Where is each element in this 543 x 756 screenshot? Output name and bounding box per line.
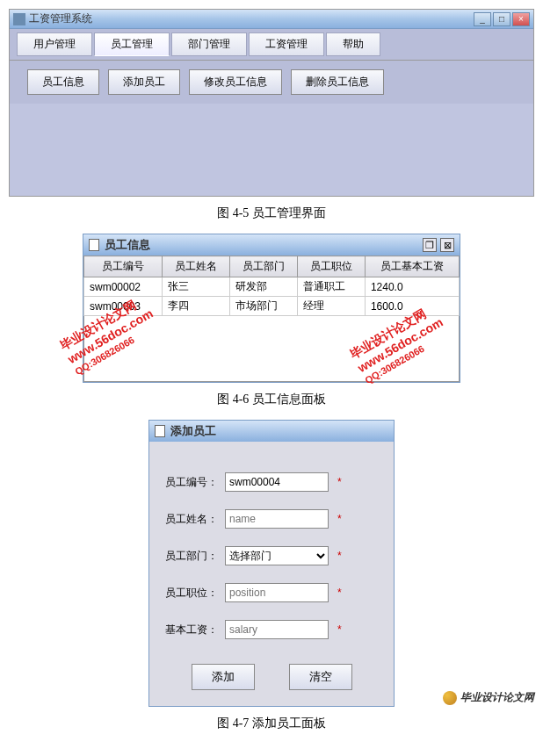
label-salary: 基本工资：	[165, 623, 225, 637]
tool-delete-employee[interactable]: 删除员工信息	[291, 69, 384, 95]
form-body: 员工编号： * 员工姓名： * 员工部门： 选择部门 * 员工职位： * 基本工…	[149, 442, 394, 706]
field-employee-name: 员工姓名： *	[165, 509, 378, 529]
maximize-icon[interactable]: ❐	[423, 238, 437, 252]
col-position: 员工职位	[298, 256, 366, 277]
menu-employee-mgmt[interactable]: 员工管理	[94, 32, 170, 56]
close-icon[interactable]: ⊠	[440, 238, 454, 252]
globe-icon	[443, 691, 457, 705]
input-name[interactable]	[225, 509, 329, 529]
close-button[interactable]: ×	[512, 12, 530, 26]
add-button[interactable]: 添加	[192, 664, 255, 690]
label-name: 员工姓名：	[165, 512, 225, 527]
col-salary: 员工基本工资	[365, 256, 459, 277]
content-area	[10, 104, 533, 196]
footer-logo: 毕业设计论文网	[443, 690, 534, 705]
label-dept: 员工部门：	[165, 549, 225, 564]
figure-caption-1: 图 4-5 员工管理界面	[0, 205, 543, 221]
select-dept[interactable]: 选择部门	[225, 546, 329, 565]
tool-employee-info[interactable]: 员工信息	[27, 69, 99, 95]
document-icon	[155, 425, 165, 437]
clear-button[interactable]: 清空	[289, 664, 352, 690]
toolbar: 员工信息 添加员工 修改员工信息 删除员工信息	[10, 61, 533, 104]
menu-help[interactable]: 帮助	[326, 32, 380, 56]
col-dept: 员工部门	[230, 256, 298, 277]
input-position[interactable]	[225, 583, 329, 602]
field-employee-position: 员工职位： *	[165, 583, 378, 602]
field-employee-id: 员工编号： *	[165, 472, 378, 492]
tool-add-employee[interactable]: 添加员工	[108, 69, 180, 95]
add-employee-window: 添加员工 员工编号： * 员工姓名： * 员工部门： 选择部门 * 员工职位： …	[148, 420, 395, 707]
required-mark: *	[337, 476, 342, 488]
figure-caption-2: 图 4-6 员工信息面板	[0, 392, 543, 407]
col-name: 员工姓名	[163, 256, 230, 277]
window-title: 工资管理系统	[29, 11, 92, 26]
menu-user-mgmt[interactable]: 用户管理	[17, 32, 92, 56]
window-title: 员工信息	[105, 237, 150, 253]
label-id: 员工编号：	[165, 475, 225, 490]
titlebar: 工资管理系统 _ □ ×	[10, 10, 533, 29]
table-empty-area	[83, 316, 460, 382]
field-employee-salary: 基本工资： *	[165, 620, 378, 639]
required-mark: *	[337, 623, 342, 636]
table-header-row: 员工编号 员工姓名 员工部门 员工职位 员工基本工资	[84, 256, 460, 277]
required-mark: *	[337, 550, 342, 562]
figure-caption-3: 图 4-7 添加员工面板	[0, 716, 543, 731]
app-icon	[13, 13, 25, 25]
button-row: 添加 清空	[165, 664, 378, 690]
col-id: 员工编号	[84, 256, 163, 277]
table-row[interactable]: swm00003 李四 市场部门 经理 1600.0	[84, 297, 460, 316]
document-icon	[89, 239, 99, 251]
window-title: 添加员工	[170, 423, 216, 439]
main-window: 工资管理系统 _ □ × 用户管理 员工管理 部门管理 工资管理 帮助 员工信息…	[9, 9, 534, 197]
titlebar: 添加员工	[149, 421, 394, 442]
field-employee-dept: 员工部门： 选择部门 *	[165, 546, 378, 565]
input-salary[interactable]	[225, 620, 329, 639]
required-mark: *	[337, 513, 342, 525]
titlebar: 员工信息 ❐ ⊠	[83, 234, 460, 256]
input-id[interactable]	[225, 472, 329, 492]
tool-edit-employee[interactable]: 修改员工信息	[189, 69, 282, 95]
maximize-button[interactable]: □	[493, 12, 510, 26]
table-row[interactable]: swm00002 张三 研发部 普通职工 1240.0	[84, 277, 460, 297]
minimize-button[interactable]: _	[474, 12, 491, 26]
menu-dept-mgmt[interactable]: 部门管理	[171, 32, 247, 56]
menu-salary-mgmt[interactable]: 工资管理	[249, 32, 324, 56]
label-position: 员工职位：	[165, 586, 225, 601]
employee-table: 员工编号 员工姓名 员工部门 员工职位 员工基本工资 swm00002 张三 研…	[83, 256, 460, 316]
menubar: 用户管理 员工管理 部门管理 工资管理 帮助	[10, 29, 533, 61]
required-mark: *	[337, 587, 342, 599]
employee-info-window: 员工信息 ❐ ⊠ 员工编号 员工姓名 员工部门 员工职位 员工基本工资 swm0…	[83, 234, 460, 383]
